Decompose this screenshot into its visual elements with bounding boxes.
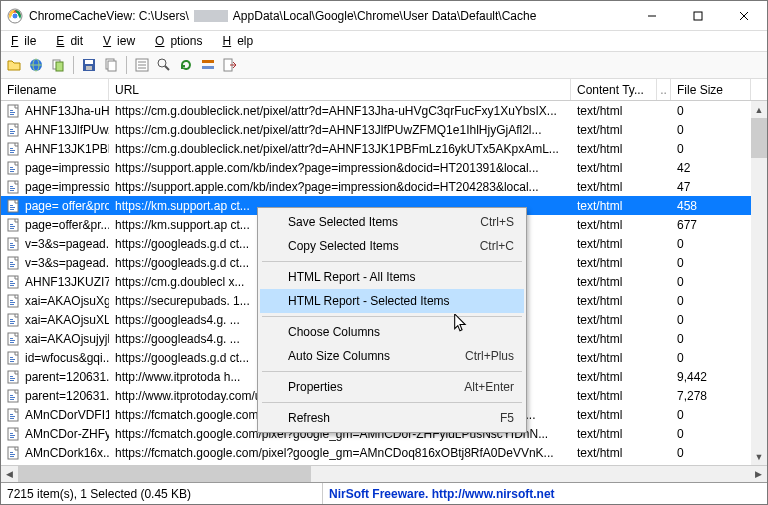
cell-filename: AMnCDor-ZHFy... — [1, 424, 109, 443]
svg-rect-64 — [10, 285, 14, 286]
minimize-button[interactable] — [629, 1, 675, 30]
cell-content-type: text/html — [571, 386, 657, 405]
cell-file-size: 0 — [671, 272, 751, 291]
table-row[interactable]: AHNF13JK1PBF...https://cm.g.doubleclick.… — [1, 139, 767, 158]
tool-exit[interactable] — [221, 56, 239, 74]
svg-rect-79 — [10, 359, 15, 360]
cell-file-size: 677 — [671, 215, 751, 234]
status-brand: NirSoft Freeware. — [329, 487, 432, 501]
cell-file-size: 0 — [671, 253, 751, 272]
scroll-up-arrow[interactable]: ▲ — [751, 101, 767, 118]
menu-item-shortcut: Ctrl+S — [480, 215, 514, 229]
hscroll-thumb[interactable] — [18, 466, 311, 482]
context-menu-item[interactable]: Save Selected ItemsCtrl+S — [260, 210, 524, 234]
svg-rect-83 — [10, 378, 15, 379]
menu-item-shortcut: F5 — [500, 411, 514, 425]
cell-file-size: 0 — [671, 329, 751, 348]
cell-filename: parent=120631... — [1, 386, 109, 405]
cell-file-size: 458 — [671, 196, 751, 215]
cell-content-type: text/html — [571, 405, 657, 424]
col-header-file-size[interactable]: File Size — [671, 79, 751, 100]
cell-more — [657, 348, 671, 367]
cell-url: https://support.apple.com/kb/index?page=… — [109, 177, 571, 196]
context-menu-item[interactable]: Auto Size ColumnsCtrl+Plus — [260, 344, 524, 368]
col-header-content-type[interactable]: Content Ty... — [571, 79, 657, 100]
hscroll-track[interactable] — [18, 466, 750, 482]
svg-rect-22 — [202, 60, 214, 63]
filename-text: page=impressio... — [25, 180, 109, 194]
tool-save[interactable] — [80, 56, 98, 74]
cell-more — [657, 253, 671, 272]
cell-content-type: text/html — [571, 272, 657, 291]
context-menu-separator — [262, 261, 522, 262]
toolbar-separator — [73, 56, 74, 74]
cell-more — [657, 291, 671, 310]
svg-rect-91 — [10, 416, 15, 417]
svg-rect-68 — [10, 304, 14, 305]
filename-text: xai=AKAOjsujyjL... — [25, 332, 109, 346]
tool-find[interactable] — [155, 56, 173, 74]
cell-more — [657, 443, 671, 462]
tool-copy-url[interactable] — [49, 56, 67, 74]
svg-rect-40 — [10, 171, 14, 172]
col-header-more[interactable]: .. — [657, 79, 671, 100]
table-row[interactable]: page=impressio...https://support.apple.c… — [1, 158, 767, 177]
cell-more — [657, 272, 671, 291]
context-menu-item[interactable]: Choose Columns — [260, 320, 524, 344]
tool-web[interactable] — [27, 56, 45, 74]
menu-file[interactable]: File — [5, 33, 48, 49]
col-header-filename[interactable]: Filename — [1, 79, 109, 100]
tool-copy[interactable] — [102, 56, 120, 74]
maximize-button[interactable] — [675, 1, 721, 30]
context-menu-item[interactable]: PropertiesAlt+Enter — [260, 375, 524, 399]
scroll-down-arrow[interactable]: ▼ — [751, 448, 767, 465]
cell-filename: AHNF13JK1PBF... — [1, 139, 109, 158]
svg-rect-43 — [10, 188, 15, 189]
menu-view[interactable]: View — [97, 33, 147, 49]
svg-rect-71 — [10, 321, 15, 322]
menu-edit[interactable]: Edit — [50, 33, 95, 49]
filename-text: page= offer&pro... — [25, 199, 109, 213]
col-header-url[interactable]: URL — [109, 79, 571, 100]
table-row[interactable]: AHNF13Jha-uH...https://cm.g.doubleclick.… — [1, 101, 767, 120]
status-link[interactable]: http://www.nirsoft.net — [432, 487, 555, 501]
filename-text: AHNF13JKUZI7p... — [25, 275, 109, 289]
svg-rect-42 — [10, 186, 13, 187]
table-row[interactable]: AHNF13JlfPUwZ...https://cm.g.doubleclick… — [1, 120, 767, 139]
cell-content-type: text/html — [571, 177, 657, 196]
horizontal-scrollbar[interactable]: ◀ ▶ — [1, 465, 767, 482]
svg-rect-66 — [10, 300, 13, 301]
svg-rect-75 — [10, 340, 15, 341]
vscroll-thumb[interactable] — [751, 118, 767, 158]
cell-content-type: text/html — [571, 443, 657, 462]
menu-help[interactable]: Help — [216, 33, 265, 49]
tool-open-folder[interactable] — [5, 56, 23, 74]
scroll-right-arrow[interactable]: ▶ — [750, 466, 767, 483]
svg-point-20 — [158, 59, 166, 67]
cell-filename: AHNF13JKUZI7p... — [1, 272, 109, 291]
menubar: File Edit View Options Help — [1, 31, 767, 51]
cell-more — [657, 329, 671, 348]
menu-options[interactable]: Options — [149, 33, 214, 49]
cell-more — [657, 177, 671, 196]
cell-content-type: text/html — [571, 424, 657, 443]
table-row[interactable]: AMnCDork16x...https://fcmatch.google.com… — [1, 443, 767, 462]
context-menu-item[interactable]: Copy Selected ItemsCtrl+C — [260, 234, 524, 258]
vertical-scrollbar[interactable]: ▲ ▼ — [751, 101, 767, 465]
context-menu-item[interactable]: HTML Report - Selected Items — [260, 289, 524, 313]
tool-properties[interactable] — [133, 56, 151, 74]
svg-rect-62 — [10, 281, 13, 282]
menu-item-label: Copy Selected Items — [288, 239, 399, 253]
vscroll-track[interactable] — [751, 118, 767, 448]
cell-url: https://cm.g.doubleclick.net/pixel/attr?… — [109, 139, 571, 158]
close-button[interactable] — [721, 1, 767, 30]
table-row[interactable]: page=impressio...https://support.apple.c… — [1, 177, 767, 196]
tool-options[interactable] — [199, 56, 217, 74]
svg-rect-51 — [10, 226, 15, 227]
cell-more — [657, 234, 671, 253]
tool-refresh[interactable] — [177, 56, 195, 74]
scroll-left-arrow[interactable]: ◀ — [1, 466, 18, 483]
context-menu-item[interactable]: HTML Report - All Items — [260, 265, 524, 289]
filename-text: AMnCDor-ZHFy... — [25, 427, 109, 441]
context-menu-item[interactable]: RefreshF5 — [260, 406, 524, 430]
